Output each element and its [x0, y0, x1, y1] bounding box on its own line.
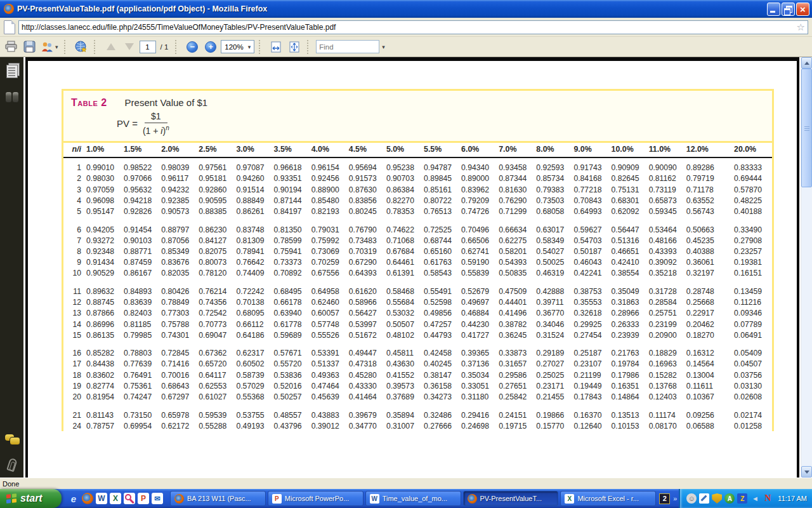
vertical-scrollbar[interactable]	[801, 57, 812, 478]
zoom-out-button[interactable]: −	[184, 39, 200, 55]
page-number-input[interactable]	[140, 41, 156, 53]
antivirus-icon[interactable]: A	[724, 493, 735, 504]
table-cell: 0.58468	[383, 286, 420, 297]
table-cell: 0.16370	[570, 410, 607, 420]
task-button[interactable]: BA 213 W11 (Pasc...	[170, 491, 266, 506]
word-icon[interactable]: W	[96, 493, 107, 504]
scroll-down-button[interactable]	[801, 466, 812, 478]
bookmark-star-icon[interactable]: ☆	[797, 22, 805, 32]
table-cell: 0.95694	[345, 157, 383, 173]
column-header: 1.0%	[82, 144, 120, 158]
table-cell: 0.84197	[270, 206, 308, 224]
email-button[interactable]: ▾	[39, 39, 60, 55]
attachments-paperclip-icon[interactable]	[6, 458, 18, 472]
wrench-icon[interactable]	[699, 493, 709, 504]
table-cell: 0.36061	[683, 257, 720, 268]
table-cell: 0.13004	[683, 370, 720, 380]
shield-icon[interactable]	[712, 493, 722, 504]
table-cell: 0.82075	[195, 246, 232, 257]
task-button[interactable]: PV-PresentValueT...	[463, 491, 559, 506]
excel-icon[interactable]: X	[110, 493, 121, 504]
zoom-in-button[interactable]: +	[202, 39, 219, 55]
table-cell: 0.88900	[308, 184, 345, 195]
table-cell: 0.63017	[532, 224, 570, 235]
next-page-button[interactable]	[121, 39, 138, 55]
table-cell: 0.50663	[683, 224, 720, 235]
url-input[interactable]	[22, 23, 797, 32]
find-input[interactable]	[319, 43, 376, 51]
table-cell: 0.71178	[683, 184, 720, 195]
table-cell: 0.89632	[82, 286, 120, 297]
print-button[interactable]	[3, 39, 19, 55]
column-header: 9.0%	[570, 144, 607, 158]
comments-panel-icon[interactable]	[5, 434, 19, 444]
table-cell: 0.79985	[120, 330, 157, 348]
table-cell: 0.94232	[157, 184, 195, 195]
save-button[interactable]	[21, 39, 37, 55]
table-cell: 0.76290	[495, 195, 532, 206]
table-row: 190.827740.753610.686430.625530.570290.5…	[63, 380, 772, 391]
norton-icon[interactable]: N	[763, 493, 773, 504]
fit-page-button[interactable]	[286, 39, 303, 55]
windows-flag-icon	[6, 493, 16, 504]
table-cell: 0.72542	[195, 308, 232, 319]
table-cell: 0.91434	[82, 257, 120, 268]
table-cell: 0.94340	[457, 157, 495, 173]
table-cell: 0.23939	[608, 330, 645, 348]
toolbar-separator	[175, 40, 180, 54]
table-cell: 0.48557	[270, 410, 308, 420]
task-button[interactable]: WTime_value_of_mo...	[365, 491, 461, 506]
create-pdf-online-button[interactable]	[73, 39, 89, 55]
table-cell: 0.93458	[495, 157, 532, 173]
table-cell: 0.78849	[157, 297, 195, 308]
table-cell: 0.76513	[420, 206, 457, 224]
table-cell: 0.12640	[570, 420, 607, 431]
table-cell: 0.11216	[720, 297, 772, 308]
ie-icon[interactable]: e	[68, 493, 79, 504]
find-box[interactable]	[316, 40, 379, 53]
table-cell: 0.25187	[570, 348, 607, 359]
task-button[interactable]: XMicrosoft Excel - r...	[560, 491, 656, 506]
table-cell: 0.50835	[495, 268, 532, 286]
outlook-icon[interactable]: ✉	[152, 493, 163, 504]
email-dropdown-caret[interactable]: ▾	[55, 44, 58, 50]
zonealarm-icon[interactable]: Z	[737, 493, 747, 504]
table-cell: 0.88771	[120, 246, 157, 257]
previous-page-button[interactable]	[103, 39, 119, 55]
taskbar-chevron-icon[interactable]: »	[673, 495, 677, 502]
scrollbar-track[interactable]	[801, 69, 812, 466]
table-cell: 0.27027	[532, 359, 570, 370]
pages-panel-icon[interactable]	[6, 65, 18, 78]
task-button-label: Microsoft PowerPo...	[285, 495, 349, 502]
table-cell: 0.70773	[195, 319, 232, 330]
table-cell: 0.94787	[420, 157, 457, 173]
restore-button[interactable]	[782, 3, 795, 16]
key-icon[interactable]	[124, 493, 135, 504]
scroll-up-button[interactable]	[801, 57, 812, 69]
table-cell: 0.94218	[120, 195, 157, 206]
scrollbar-thumb[interactable]	[801, 69, 812, 187]
table-cell: 0.59689	[270, 330, 308, 348]
search-binoculars-icon[interactable]	[5, 92, 19, 102]
table-cell: 0.35049	[608, 286, 645, 297]
start-button[interactable]: start	[0, 489, 62, 508]
find-dropdown-caret[interactable]: ▾	[382, 44, 385, 50]
period-cell: 2	[63, 173, 82, 184]
taskbar-badge-2[interactable]: 2	[659, 493, 670, 504]
messenger-icon[interactable]: ☺	[686, 493, 697, 504]
zoom-level-select[interactable]: 120% ▾	[221, 40, 254, 53]
fit-width-button[interactable]	[268, 39, 284, 55]
table-cell: 0.68744	[420, 235, 457, 246]
table-cell: 0.18270	[683, 330, 720, 348]
task-button[interactable]: PMicrosoft PowerPo...	[268, 491, 363, 506]
table-cell: 0.82193	[308, 206, 345, 224]
minimize-button[interactable]	[767, 3, 780, 16]
powerpoint-icon[interactable]: P	[138, 493, 149, 504]
volume-icon[interactable]: ◄	[750, 493, 760, 504]
table-cell: 0.90103	[120, 235, 157, 246]
address-bar[interactable]: ☆	[18, 20, 808, 34]
close-button[interactable]	[796, 3, 809, 16]
formula-denominator: (1 + i)n	[143, 123, 169, 136]
firefox-icon[interactable]	[82, 493, 93, 504]
table-cell: 0.76491	[120, 370, 157, 380]
